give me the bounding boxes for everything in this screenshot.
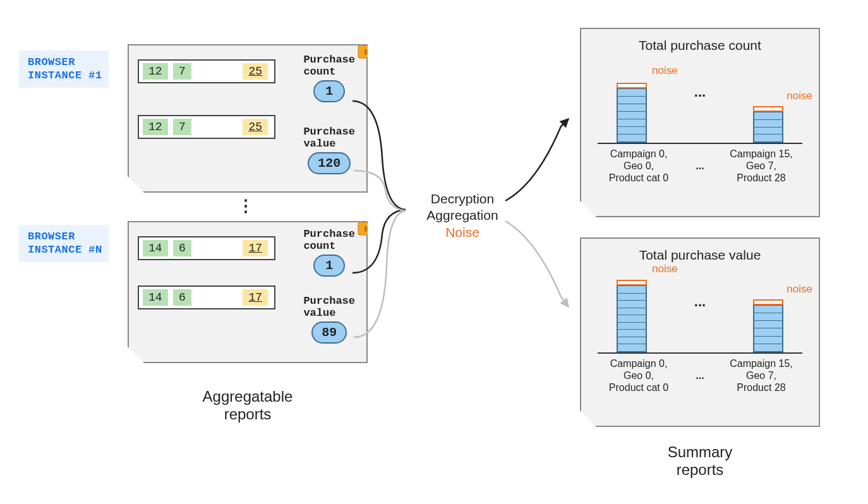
metric-label: Purchase count [303,229,355,252]
key-chip: 25 [243,63,268,80]
horizontal-ellipsis: ... [694,84,706,119]
report-row: 14 6 17 Purchase count 1 [138,236,356,260]
key-chip: 7 [173,119,191,135]
chart-bar [753,106,783,143]
browser-instance-tag: BROWSER INSTANCE #1 [19,51,109,88]
key-box: 14 6 17 [138,236,275,260]
chart-category-label: Campaign 0, Geo 0, Product cat 0 [598,148,680,184]
metric-label: Purchase count [303,54,355,78]
metric-value-pill: 1 [313,255,345,277]
vertical-ellipsis: ⋮ [238,202,254,210]
chart-category-label: Campaign 15, Geo 7, Product 28 [720,148,802,184]
lock-icon [356,37,375,62]
summary-chart-card: Total purchase value noise ... noise Cam… [580,237,820,427]
metric-label: Purchase value [303,126,355,150]
chart-bar [617,83,647,143]
chart-category-label: Campaign 0, Geo 0, Product cat 0 [598,357,680,394]
process-noise-text: Noise [412,224,513,241]
report-row: 12 7 25 Purchase count 1 [138,59,356,83]
chart-body: noise ... noise [598,270,802,352]
process-aggregation-text: Aggregation [412,207,513,224]
chart-title: Total purchase count [598,38,802,53]
key-box: 12 7 25 [138,59,275,83]
aggregatable-report-card: 14 6 17 Purchase count 1 14 6 17 Purchas… [128,221,368,363]
metric-value-pill: 89 [311,321,347,344]
section-label-summary: Summary reports [643,443,757,479]
key-chip: 7 [173,63,191,80]
noise-label: noise [787,90,812,102]
key-chip: 14 [143,240,168,256]
browser-instance-tag: BROWSER INSTANCE #N [19,225,109,262]
section-label-aggregatable: Aggregatable reports [178,388,317,423]
key-box: 12 7 25 [138,115,275,139]
lock-icon [356,213,375,239]
chart-category-label: Campaign 15, Geo 7, Product 28 [720,357,802,394]
horizontal-ellipsis: ... [694,294,706,329]
metric-value-pill: 120 [308,152,351,174]
aggregatable-report-card: 12 7 25 Purchase count 1 12 7 25 Purchas… [128,44,368,193]
summary-chart-card: Total purchase count noise ... noise Cam… [580,28,820,217]
metric-label: Purchase value [303,296,355,319]
key-chip: 12 [143,119,168,135]
chart-bar [617,280,647,352]
chart-axis [598,143,802,144]
chart-axis [598,352,802,354]
aggregation-process-label: Decryption Aggregation Noise [412,191,513,241]
key-chip: 6 [173,289,191,306]
noise-label: noise [652,64,678,77]
noise-label: noise [787,283,812,296]
noise-label: noise [652,263,678,275]
chart-bar [753,299,783,352]
key-chip: 6 [173,240,191,256]
process-decryption-text: Decryption [412,191,513,207]
chart-body: noise ... noise [598,61,802,143]
key-chip: 25 [243,119,268,135]
report-row: 14 6 17 Purchase value 89 [138,285,356,309]
key-box: 14 6 17 [138,285,275,309]
chart-categories: Campaign 0, Geo 0, Product cat 0 ... Cam… [598,148,802,184]
chart-title: Total purchase value [598,248,802,263]
chart-categories: Campaign 0, Geo 0, Product cat 0 ... Cam… [598,357,802,394]
svg-rect-3 [365,226,368,232]
metric-value-pill: 1 [313,80,345,102]
horizontal-ellipsis: ... [696,160,704,172]
key-chip: 17 [243,289,268,306]
key-chip: 12 [143,63,168,80]
horizontal-ellipsis: ... [696,369,704,381]
browser-instance-n-text: BROWSER INSTANCE #N [28,231,102,256]
key-chip: 14 [143,289,168,306]
svg-rect-1 [365,49,368,55]
browser-instance-1-text: BROWSER INSTANCE #1 [28,56,102,81]
report-row: 12 7 25 Purchase value 120 [138,115,356,139]
key-chip: 17 [243,240,268,256]
